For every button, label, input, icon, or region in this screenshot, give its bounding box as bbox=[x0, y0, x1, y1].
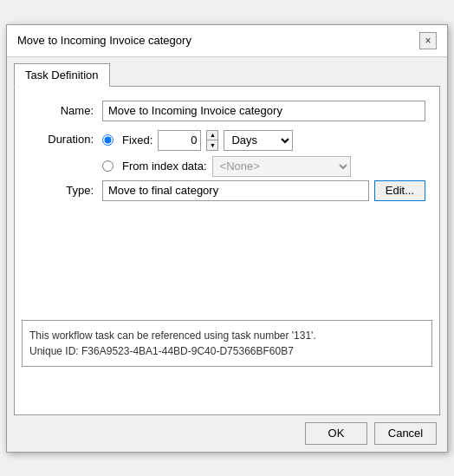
tab-task-definition[interactable]: Task Definition bbox=[14, 63, 110, 87]
info-box: This workflow task can be referenced usi… bbox=[22, 320, 432, 367]
duration-row: Duration: Fixed: ▲ ▼ Days Hours Minutes bbox=[29, 130, 425, 177]
dialog: Move to Incoming Invoice category × Task… bbox=[6, 24, 448, 453]
spinner-down-button[interactable]: ▼ bbox=[207, 140, 217, 150]
from-index-label: From index data: bbox=[122, 160, 207, 173]
duration-options: Fixed: ▲ ▼ Days Hours Minutes From in bbox=[102, 130, 351, 177]
fixed-option: Fixed: ▲ ▼ Days Hours Minutes bbox=[102, 130, 351, 151]
name-input[interactable] bbox=[102, 101, 425, 121]
from-index-option: From index data: <None> bbox=[102, 156, 351, 177]
type-input[interactable] bbox=[102, 180, 369, 201]
dialog-footer: OK Cancel bbox=[7, 415, 447, 452]
cancel-button[interactable]: Cancel bbox=[374, 422, 437, 445]
type-label: Type: bbox=[29, 184, 94, 197]
info-text: This workflow task can be referenced usi… bbox=[29, 329, 316, 357]
fixed-label: Fixed: bbox=[122, 134, 152, 147]
type-row: Type: Edit... bbox=[29, 180, 425, 201]
from-index-select[interactable]: <None> bbox=[212, 156, 351, 177]
tab-bar: Task Definition bbox=[7, 57, 447, 86]
duration-number-input[interactable] bbox=[158, 130, 201, 151]
dialog-body: Name: Duration: Fixed: ▲ ▼ Days H bbox=[14, 86, 440, 415]
from-index-radio[interactable] bbox=[102, 160, 114, 172]
duration-spinner[interactable]: ▲ ▼ bbox=[206, 130, 218, 151]
fixed-radio[interactable] bbox=[102, 134, 114, 146]
ok-button[interactable]: OK bbox=[305, 422, 367, 445]
duration-label: Duration: bbox=[29, 130, 94, 146]
title-bar: Move to Incoming Invoice category × bbox=[7, 25, 447, 57]
name-label: Name: bbox=[29, 104, 94, 117]
spinner-up-button[interactable]: ▲ bbox=[207, 131, 217, 141]
close-button[interactable]: × bbox=[419, 32, 437, 49]
edit-button[interactable]: Edit... bbox=[374, 180, 425, 201]
name-row: Name: bbox=[29, 101, 425, 121]
dialog-title: Move to Incoming Invoice category bbox=[17, 34, 191, 47]
days-select[interactable]: Days Hours Minutes bbox=[224, 130, 293, 151]
